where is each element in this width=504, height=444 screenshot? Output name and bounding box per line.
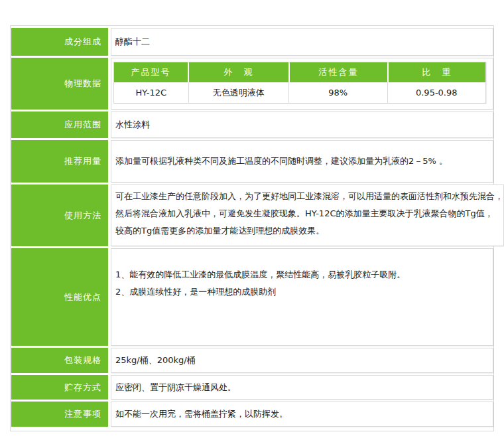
row-value-packaging-spec: 25kg/桶、200kg/桶 — [111, 348, 493, 373]
row-application: 应用范围 水性涂料 — [11, 111, 493, 138]
col-header-appearance: 外 观 — [189, 62, 290, 82]
row-label-physical-data: 物理数据 — [11, 58, 108, 110]
row-physical-data: 物理数据 产品型号 外 观 活性含量 比 重 HY-12C 无色透明液体 98%… — [11, 58, 493, 110]
row-label-composition: 成分组成 — [11, 28, 108, 56]
physical-data-header-row: 产品型号 外 观 活性含量 比 重 — [114, 62, 485, 82]
row-performance-advantages: 性能优点 1、能有效的降低工业漆的最低成膜温度，聚结性能高，易被乳胶粒子吸附。 … — [11, 248, 493, 346]
row-packaging-spec: 包装规格 25kg/桶、200kg/桶 — [11, 348, 493, 373]
cell-appearance: 无色透明液体 — [189, 82, 289, 103]
usage-line: 较高的Tg值需更多的添加量才能达到理想的成膜效果。 — [115, 222, 324, 240]
row-label-performance-advantages: 性能优点 — [11, 248, 108, 346]
col-header-active-content: 活性含量 — [290, 62, 389, 82]
row-value-precautions: 如不能一次用完，需将桶盖拧紧，以防挥发。 — [111, 402, 493, 427]
row-label-packaging-spec: 包装规格 — [11, 348, 108, 373]
row-composition: 成分组成 醇酯十二 — [11, 28, 493, 56]
physical-data-value-row: HY-12C 无色透明液体 98% 0.95-0.98 — [114, 82, 485, 103]
product-spec-table: 成分组成 醇酯十二 物理数据 产品型号 外 观 活性含量 比 重 HY-12C … — [10, 25, 494, 431]
col-header-product-model: 产品型号 — [114, 62, 189, 82]
row-recommended-dosage: 推荐用量 添加量可根据乳液种类不同及施工温度的不同随时调整，建议添加量为乳液的2… — [11, 140, 493, 183]
row-usage-method: 使用方法 可在工业漆生产的任意阶段加入，为了更好地同工业漆混溶，可以用适量的表面… — [11, 185, 493, 246]
row-value-application: 水性涂料 — [111, 111, 493, 138]
advantage-line: 1、能有效的降低工业漆的最低成膜温度，聚结性能高，易被乳胶粒子吸附。 — [115, 266, 405, 283]
row-label-recommended-dosage: 推荐用量 — [11, 140, 108, 183]
row-value-usage-method: 可在工业漆生产的任意阶段加入，为了更好地同工业漆混溶，可以用适量的表面活性剂和水… — [111, 185, 504, 246]
usage-line: 可在工业漆生产的任意阶段加入，为了更好地同工业漆混溶，可以用适量的表面活性剂和水… — [115, 188, 503, 205]
cell-active-content: 98% — [289, 82, 387, 103]
row-value-composition: 醇酯十二 — [111, 28, 493, 56]
physical-data-table: 产品型号 外 观 活性含量 比 重 HY-12C 无色透明液体 98% 0.95… — [113, 62, 486, 104]
row-label-storage-method: 贮存方式 — [11, 375, 108, 400]
row-value-physical-data: 产品型号 外 观 活性含量 比 重 HY-12C 无色透明液体 98% 0.95… — [111, 58, 493, 110]
cell-product-model: HY-12C — [114, 82, 189, 103]
row-value-performance-advantages: 1、能有效的降低工业漆的最低成膜温度，聚结性能高，易被乳胶粒子吸附。 2、成膜连… — [111, 248, 493, 346]
usage-line: 然后将混合液加入乳液中，可避免发生凝胶现象。HY-12C的添加量主要取决于乳液聚… — [115, 205, 493, 222]
product-datasheet-page: 成分组成 醇酯十二 物理数据 产品型号 外 观 活性含量 比 重 HY-12C … — [0, 0, 504, 444]
row-label-usage-method: 使用方法 — [11, 185, 108, 246]
row-label-application: 应用范围 — [11, 111, 108, 138]
row-value-recommended-dosage: 添加量可根据乳液种类不同及施工温度的不同随时调整，建议添加量为乳液的2－5% 。 — [111, 140, 493, 183]
row-precautions: 注意事项 如不能一次用完，需将桶盖拧紧，以防挥发。 — [11, 402, 493, 427]
cell-specific-gravity: 0.95-0.98 — [388, 82, 485, 103]
row-value-storage-method: 应密闭、置于阴凉干燥通风处。 — [111, 375, 493, 400]
row-label-precautions: 注意事项 — [11, 402, 108, 427]
advantage-line: 2、成膜连续性好，是一种理想的成膜助剂 — [115, 283, 276, 301]
col-header-specific-gravity: 比 重 — [389, 62, 485, 82]
row-storage-method: 贮存方式 应密闭、置于阴凉干燥通风处。 — [11, 375, 493, 400]
